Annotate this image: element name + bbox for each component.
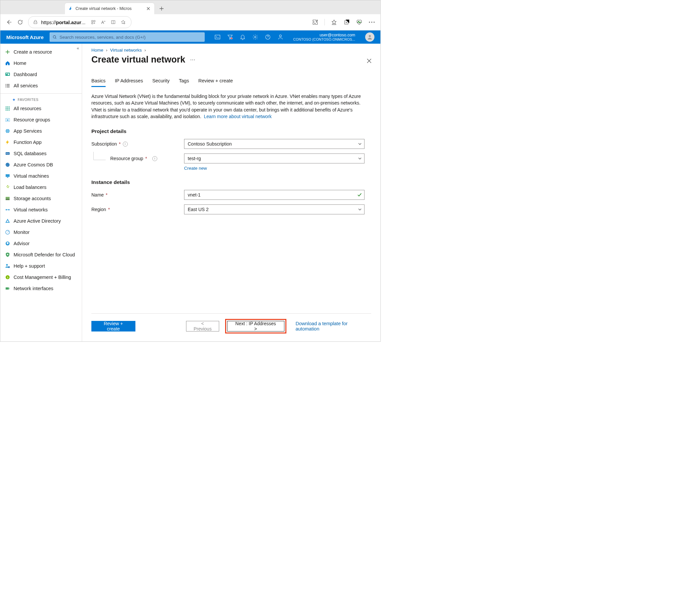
sidebar-item-azure-cosmos-db[interactable]: Azure Cosmos DB (0, 159, 82, 170)
notifications-icon[interactable] (240, 34, 246, 40)
extensions-icon[interactable] (312, 19, 318, 25)
wizard-tabs: BasicsIP AddressesSecurityTagsReview + c… (91, 77, 371, 87)
new-tab-button[interactable] (157, 4, 166, 13)
close-panel-button[interactable] (366, 58, 372, 64)
svg-point-11 (279, 35, 281, 37)
info-icon[interactable]: i (123, 142, 128, 146)
sidebar-item-virtual-networks[interactable]: Virtual networks (0, 204, 82, 215)
svg-rect-40 (6, 199, 9, 200)
review-create-button[interactable]: Review + create (91, 321, 135, 331)
refresh-icon[interactable] (17, 19, 23, 25)
breadcrumb-home[interactable]: Home (91, 48, 103, 53)
global-search[interactable]: Search resources, services, and docs (G+… (50, 32, 205, 42)
rg-icon (5, 117, 10, 122)
sidebar-item-sql-databases[interactable]: SQLSQL databases (0, 148, 82, 159)
sidebar-item-azure-active-directory[interactable]: Azure Active Directory (0, 215, 82, 227)
apps-icon[interactable] (90, 19, 97, 25)
user-email: user@contoso.com (293, 33, 355, 38)
svg-text:$: $ (7, 276, 8, 279)
sidebar-item-all-resources[interactable]: All resources (0, 103, 82, 114)
svg-rect-23 (6, 108, 7, 109)
svg-rect-14 (5, 73, 9, 76)
svg-point-6 (53, 35, 55, 38)
wizard-footer: Review + create < Previous Next : IP Add… (91, 313, 371, 341)
browser-tab[interactable]: Create virtual network - Micros (65, 3, 154, 14)
sidebar-item-resource-groups[interactable]: Resource groups (0, 114, 82, 125)
search-icon (53, 35, 57, 39)
sidebar-item-home[interactable]: Home (0, 57, 82, 69)
directory-filter-icon[interactable] (227, 34, 233, 40)
browser-toolbar: https://portal.azur... A» (0, 14, 380, 30)
performance-icon[interactable] (356, 19, 363, 25)
sidebar-item-cost-management-billing[interactable]: $Cost Management + Billing (0, 271, 82, 283)
sidebar-item-label: Cost Management + Billing (14, 275, 71, 280)
sidebar-item-storage-accounts[interactable]: Storage accounts (0, 193, 82, 204)
sidebar-item-dashboard[interactable]: Dashboard (0, 69, 82, 80)
tab-security[interactable]: Security (152, 77, 169, 87)
close-icon[interactable] (146, 6, 151, 11)
favorites-hub-icon[interactable] (331, 19, 337, 25)
avatar[interactable] (365, 32, 374, 42)
sidebar-item-label: Microsoft Defender for Cloud (14, 252, 75, 257)
learn-more-link[interactable]: Learn more about virtual network (204, 114, 272, 119)
sidebar-item-help-support[interactable]: ?Help + support (0, 260, 82, 271)
sidebar-item-microsoft-defender-for-cloud[interactable]: Microsoft Defender for Cloud (0, 249, 82, 260)
tab-tags[interactable]: Tags (179, 77, 189, 87)
download-template-link[interactable]: Download a template for automation (296, 321, 371, 331)
globe-icon (5, 128, 10, 134)
reading-mode-icon[interactable]: A» (100, 19, 107, 25)
tab-review-create[interactable]: Review + create (198, 77, 233, 87)
sidebar-item-label: Virtual networks (14, 207, 48, 212)
svg-rect-24 (7, 108, 8, 109)
svg-rect-39 (6, 198, 9, 199)
subscription-select[interactable]: Contoso Subscription (184, 139, 364, 149)
sidebar-item-label: Help + support (14, 263, 45, 269)
cloud-shell-icon[interactable] (214, 34, 221, 40)
page-title: Create virtual network (91, 54, 185, 65)
account-info[interactable]: user@contoso.com CONTOSO (CONTOSO.ONMICR… (293, 33, 355, 41)
resource-group-select[interactable]: test-rg (184, 153, 364, 163)
back-icon[interactable] (6, 19, 12, 25)
field-name: Name * vnet-1 (91, 190, 371, 200)
breadcrumb-vnet[interactable]: Virtual networks (110, 48, 142, 53)
svg-rect-51 (6, 287, 8, 290)
sidebar-item-network-interfaces[interactable]: Network interfaces (0, 283, 82, 294)
region-select[interactable]: East US 2 (184, 205, 364, 214)
sidebar-item-advisor[interactable]: Advisor (0, 238, 82, 249)
tab-ip-addresses[interactable]: IP Addresses (115, 77, 143, 87)
feedback-icon[interactable] (277, 34, 283, 40)
sidebar-item-create-a-resource[interactable]: Create a resource (0, 46, 82, 57)
chevron-right-icon: › (144, 48, 146, 53)
name-input[interactable]: vnet-1 (184, 190, 364, 200)
address-bar[interactable]: https://portal.azur... A» (28, 16, 132, 28)
more-commands-icon[interactable]: ⋯ (190, 56, 195, 63)
sidebar-item-label: SQL databases (14, 151, 46, 156)
sidebar-item-label: Resource groups (14, 117, 50, 122)
sidebar-item-app-services[interactable]: App Services (0, 125, 82, 137)
collections-icon[interactable] (343, 19, 350, 25)
sidebar-item-load-balancers[interactable]: Load balancers (0, 182, 82, 193)
create-new-rg-link[interactable]: Create new (184, 166, 207, 171)
sidebar-item-virtual-machines[interactable]: Virtual machines (0, 170, 82, 182)
info-icon[interactable]: i (152, 156, 157, 161)
sidebar-item-label: Virtual machines (14, 173, 49, 179)
sidebar-item-label: Function App (14, 140, 42, 145)
field-resource-group: Resource group * i test-rg (91, 153, 371, 163)
tab-basics[interactable]: Basics (91, 77, 106, 87)
settings-icon[interactable] (252, 34, 258, 40)
sidebar-item-function-app[interactable]: Function App (0, 137, 82, 148)
sidebar-item-all-services[interactable]: All services (0, 80, 82, 91)
sidebar-item-monitor[interactable]: Monitor (0, 227, 82, 238)
more-icon[interactable] (368, 19, 375, 25)
collapse-nav-icon[interactable]: « (77, 46, 79, 51)
azure-brand[interactable]: Microsoft Azure (6, 34, 44, 40)
split-icon[interactable] (110, 19, 116, 25)
help-icon[interactable] (265, 34, 271, 40)
previous-button[interactable]: < Previous (186, 321, 219, 331)
monitor-icon (5, 230, 10, 235)
section-instance-details: Instance details (91, 179, 371, 185)
next-button[interactable]: Next : IP Addresses > (227, 321, 285, 331)
svg-rect-21 (7, 106, 8, 108)
field-subscription: Subscription * i Contoso Subscription (91, 139, 371, 149)
favorite-icon[interactable] (120, 19, 127, 25)
